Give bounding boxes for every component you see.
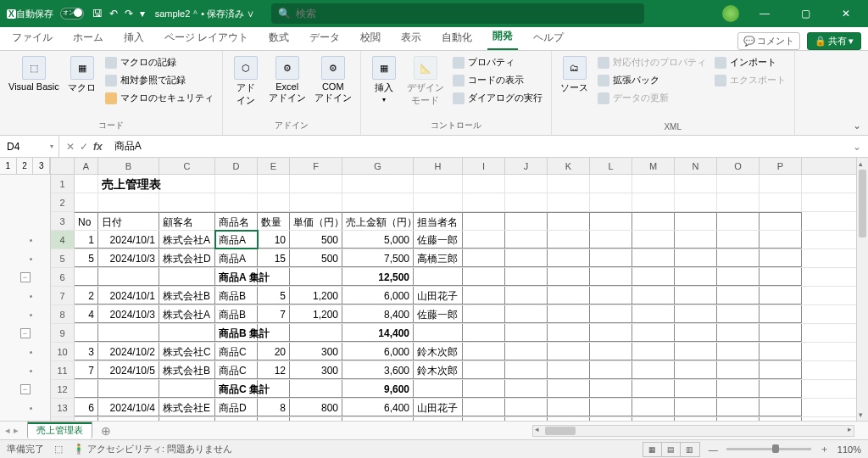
cell[interactable]: [632, 399, 675, 416]
insert-control-button[interactable]: ▦挿入▾: [366, 54, 402, 105]
cell[interactable]: 高橋三郎: [414, 249, 463, 267]
cell[interactable]: [632, 175, 675, 193]
outline-row[interactable]: [0, 212, 50, 231]
cell[interactable]: 6,000: [342, 287, 414, 304]
cell[interactable]: 高橋三郎: [414, 417, 463, 421]
cell[interactable]: [548, 249, 590, 267]
row-header[interactable]: 12: [51, 380, 75, 398]
cell[interactable]: [590, 399, 632, 416]
cell[interactable]: [75, 324, 98, 342]
cell[interactable]: [290, 193, 342, 211]
cell[interactable]: 1,200: [290, 287, 342, 304]
cell[interactable]: 顧客名: [159, 212, 215, 230]
maximize-button[interactable]: ▢: [790, 2, 821, 25]
row-header[interactable]: 8: [51, 305, 75, 323]
outline-level-button[interactable]: 1: [0, 158, 17, 174]
cell[interactable]: 8: [258, 399, 290, 416]
export-button[interactable]: エクスポート: [711, 72, 789, 88]
cell[interactable]: [159, 193, 215, 211]
cell[interactable]: [75, 175, 98, 193]
outline-row[interactable]: [0, 361, 50, 380]
cell[interactable]: [760, 231, 802, 249]
cell[interactable]: 商品B: [215, 287, 258, 304]
cell[interactable]: 株式会社B: [159, 361, 215, 379]
com-addin-button[interactable]: ⚙COM アドイン: [311, 54, 355, 106]
tab-insert[interactable]: 挿入: [119, 27, 149, 50]
code-view-button[interactable]: コードの表示: [449, 72, 546, 88]
redo-icon[interactable]: ↷: [125, 8, 133, 20]
outline-row[interactable]: [0, 175, 50, 193]
cell[interactable]: [717, 193, 760, 211]
cell[interactable]: 8: [75, 417, 98, 421]
cell[interactable]: [258, 268, 290, 286]
cell[interactable]: [548, 305, 590, 323]
outline-row[interactable]: −: [0, 268, 50, 287]
undo-icon[interactable]: ↶: [109, 8, 118, 20]
cell[interactable]: [548, 212, 590, 230]
cell[interactable]: 14,400: [342, 324, 414, 342]
tab-file[interactable]: ファイル: [7, 27, 58, 50]
dialog-button[interactable]: ダイアログの実行: [449, 90, 546, 106]
cell[interactable]: [505, 212, 548, 230]
cell[interactable]: 6: [75, 399, 98, 416]
cell[interactable]: [590, 305, 632, 323]
cell[interactable]: [505, 361, 548, 379]
col-header[interactable]: P: [760, 158, 802, 174]
row-header[interactable]: 14: [51, 417, 75, 421]
cell[interactable]: 2024/10/5: [98, 417, 159, 421]
row-header[interactable]: 7: [51, 287, 75, 304]
horizontal-scrollbar[interactable]: [532, 425, 854, 437]
cell[interactable]: [463, 399, 505, 416]
cell[interactable]: [675, 417, 717, 421]
autosave-toggle-icon[interactable]: オン: [60, 8, 84, 20]
cell[interactable]: [632, 193, 675, 211]
cell[interactable]: [632, 361, 675, 379]
cell[interactable]: 2024/10/2: [98, 343, 159, 360]
cell[interactable]: 5: [258, 287, 290, 304]
col-header[interactable]: N: [675, 158, 717, 174]
col-header[interactable]: K: [548, 158, 590, 174]
source-button[interactable]: 🗂ソース: [557, 54, 593, 96]
cell[interactable]: [717, 287, 760, 304]
cell[interactable]: [548, 268, 590, 286]
cell[interactable]: 15: [258, 249, 290, 267]
cell[interactable]: [675, 380, 717, 398]
cell[interactable]: 6,400: [342, 399, 414, 416]
view-page-icon[interactable]: ▤: [662, 443, 681, 456]
macro-security-button[interactable]: マクロのセキュリティ: [102, 90, 217, 106]
cell[interactable]: 7: [258, 305, 290, 323]
cell[interactable]: [590, 249, 632, 267]
cell[interactable]: 12,500: [342, 268, 414, 286]
cell[interactable]: [75, 380, 98, 398]
cell[interactable]: 山田花子: [414, 399, 463, 416]
cell[interactable]: [717, 249, 760, 267]
col-header[interactable]: O: [717, 158, 760, 174]
cell[interactable]: [414, 268, 463, 286]
cell[interactable]: [760, 175, 802, 193]
property-button[interactable]: プロパティ: [449, 54, 546, 70]
macro-button[interactable]: ▦マクロ: [64, 54, 100, 96]
col-header[interactable]: E: [258, 158, 290, 174]
row-header[interactable]: 2: [51, 193, 75, 211]
cell[interactable]: [590, 268, 632, 286]
cell[interactable]: [463, 361, 505, 379]
cell[interactable]: [717, 175, 760, 193]
sheet-nav[interactable]: ◂▸: [0, 425, 24, 436]
add-sheet-button[interactable]: ⊕: [101, 424, 111, 438]
cell[interactable]: [505, 249, 548, 267]
cell[interactable]: [159, 380, 215, 398]
cell[interactable]: [760, 212, 802, 230]
cell[interactable]: [290, 324, 342, 342]
col-header[interactable]: H: [414, 158, 463, 174]
tab-view[interactable]: 表示: [396, 27, 426, 50]
cell[interactable]: [505, 175, 548, 193]
cell[interactable]: [590, 231, 632, 249]
cell[interactable]: [675, 361, 717, 379]
cell[interactable]: [590, 417, 632, 421]
visual-basic-button[interactable]: ⬚Visual Basic: [5, 54, 63, 93]
cell[interactable]: [717, 212, 760, 230]
cell[interactable]: 2024/10/5: [98, 361, 159, 379]
cell[interactable]: [760, 305, 802, 323]
cell[interactable]: [463, 249, 505, 267]
cell[interactable]: [675, 343, 717, 360]
